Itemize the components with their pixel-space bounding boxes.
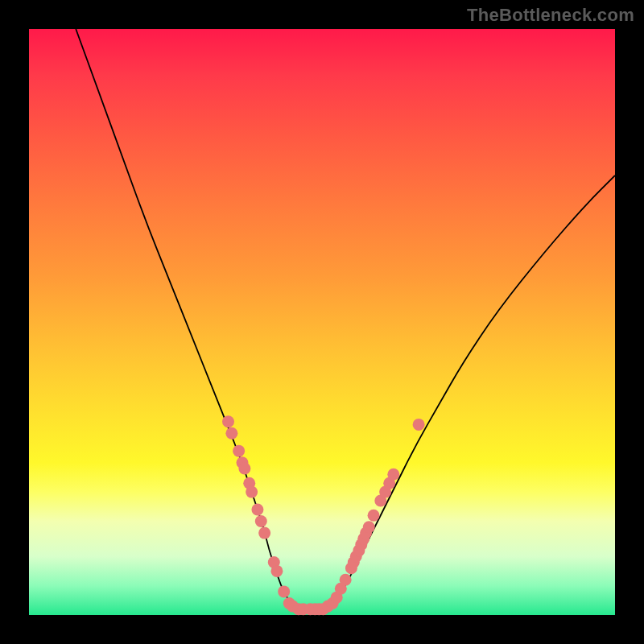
data-points-group: [222, 415, 425, 615]
data-point: [233, 445, 245, 457]
bottleneck-curve: [76, 29, 615, 609]
data-point: [413, 419, 425, 431]
data-point: [258, 527, 270, 539]
data-point: [340, 574, 352, 586]
data-point: [251, 503, 263, 515]
data-point: [387, 469, 399, 481]
data-point: [363, 521, 375, 533]
data-point: [222, 415, 234, 427]
data-point: [246, 486, 258, 498]
data-point: [225, 427, 237, 440]
data-point: [278, 585, 290, 597]
watermark-text: TheBottleneck.com: [467, 5, 634, 26]
data-point: [368, 510, 380, 522]
data-point: [238, 463, 250, 475]
chart-svg: [29, 29, 615, 615]
chart-plot-area: [29, 29, 615, 615]
data-point: [255, 515, 267, 527]
data-point: [270, 565, 283, 577]
